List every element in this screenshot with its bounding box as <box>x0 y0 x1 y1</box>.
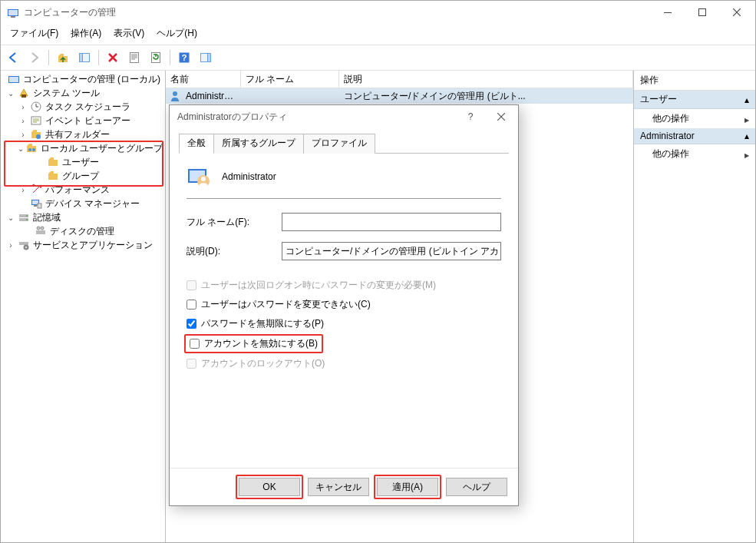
check-cannot-change-pw[interactable]: ユーザーはパスワードを変更できない(C) <box>187 298 501 311</box>
check-account-locked: アカウントのロックアウト(O) <box>187 357 501 370</box>
tree-system-tools[interactable]: ⌄ システム ツール <box>1 86 165 100</box>
tree-pane: コンピューターの管理 (ローカル) ⌄ システム ツール ›タスク スケジューラ <box>1 71 166 542</box>
svg-rect-24 <box>48 160 58 166</box>
dialog-button-row: OK キャンセル 適用(A) ヘルプ <box>170 468 518 505</box>
collapse-icon: ▴ <box>744 94 749 105</box>
check-pw-never-expires[interactable]: パスワードを無期限にする(P) <box>187 317 501 330</box>
tree-shared-folders[interactable]: ›共有フォルダー <box>1 127 165 141</box>
list-column-headers: 名前 フル ネーム 説明 <box>166 71 633 88</box>
action-pane: 操作 ユーザー ▴ 他の操作 Administrator ▴ 他の操作 <box>634 71 755 542</box>
dialog-title: Administratorのプロパティ <box>177 111 287 124</box>
tab-general[interactable]: 全般 <box>179 134 214 154</box>
tree-disk-management[interactable]: ディスクの管理 <box>1 224 165 238</box>
tree-device-manager[interactable]: デバイス マネージャー <box>1 197 165 210</box>
full-name-field[interactable] <box>282 213 501 231</box>
ok-button[interactable]: OK <box>239 478 300 496</box>
tab-member-of[interactable]: 所属するグループ <box>213 134 304 154</box>
svg-point-40 <box>25 247 27 248</box>
svg-rect-1 <box>8 10 18 15</box>
chevron-right-icon <box>744 149 749 160</box>
properties-button[interactable] <box>125 48 144 67</box>
svg-rect-29 <box>34 205 37 207</box>
tree-event-viewer[interactable]: ›イベント ビューアー <box>1 114 165 127</box>
menu-help[interactable]: ヘルプ(H) <box>152 25 202 41</box>
svg-rect-38 <box>19 242 28 245</box>
svg-point-41 <box>173 91 177 96</box>
collapse-icon: ▴ <box>744 131 749 141</box>
minimize-button[interactable] <box>650 2 685 23</box>
dialog-titlebar: Administratorのプロパティ ? <box>170 105 518 128</box>
list-row[interactable]: Administrator コンピューター/ドメインの管理用 (ビルト... <box>166 88 633 104</box>
description-field[interactable] <box>282 242 501 260</box>
svg-rect-4 <box>698 9 705 16</box>
check-account-disabled[interactable]: アカウントを無効にする(B) <box>187 336 321 351</box>
tree-task-scheduler[interactable]: ›タスク スケジューラ <box>1 100 165 114</box>
show-hide-action-pane-button[interactable] <box>196 48 215 67</box>
forward-button[interactable] <box>25 48 44 67</box>
svg-point-33 <box>26 215 28 217</box>
cell-name: Administrator <box>181 91 241 101</box>
tree-users[interactable]: ユーザー <box>1 155 165 169</box>
window-title: コンピューターの管理 <box>24 6 116 19</box>
menu-view[interactable]: 表示(V) <box>109 25 149 41</box>
col-description[interactable]: 説明 <box>339 71 633 88</box>
tree-performance[interactable]: ›パフォーマンス <box>1 183 165 197</box>
refresh-button[interactable] <box>147 48 165 67</box>
svg-point-34 <box>26 219 28 220</box>
action-other-ops-admin[interactable]: 他の操作 <box>634 144 755 164</box>
apply-button[interactable]: 適用(A) <box>377 478 438 496</box>
menubar: ファイル(F) 操作(A) 表示(V) ヘルプ(H) <box>1 24 755 45</box>
svg-rect-2 <box>11 16 15 18</box>
dialog-tabs: 全般 所属するグループ プロファイル <box>179 133 509 154</box>
menu-action[interactable]: 操作(A) <box>66 25 106 41</box>
tree-groups[interactable]: グループ <box>1 169 165 183</box>
user-large-icon <box>187 164 211 189</box>
user-icon <box>169 90 181 102</box>
svg-point-20 <box>36 134 41 139</box>
svg-rect-15 <box>9 77 18 82</box>
maximize-button[interactable] <box>685 2 719 23</box>
help-button[interactable]: ? <box>175 48 193 67</box>
action-section-admin[interactable]: Administrator ▴ <box>634 128 755 144</box>
svg-rect-13 <box>208 54 211 62</box>
dialog-close-button[interactable] <box>486 107 517 127</box>
show-hide-tree-button[interactable] <box>75 48 94 67</box>
col-full-name[interactable]: フル ネーム <box>241 71 339 88</box>
svg-rect-7 <box>80 54 83 62</box>
svg-rect-30 <box>38 204 41 208</box>
toolbar: ? <box>1 45 755 71</box>
help-button-dlg[interactable]: ヘルプ <box>446 478 507 496</box>
tree-root[interactable]: コンピューターの管理 (ローカル) <box>1 72 165 86</box>
chevron-right-icon <box>744 114 749 124</box>
svg-rect-16 <box>21 94 26 98</box>
check-must-change-pw: ユーザーは次回ログオン時にパスワードの変更が必要(M) <box>187 279 501 292</box>
up-button[interactable] <box>54 48 72 67</box>
svg-point-37 <box>41 227 44 230</box>
app-icon <box>7 6 19 18</box>
cancel-button[interactable]: キャンセル <box>308 478 369 496</box>
delete-button[interactable] <box>104 48 122 67</box>
action-other-ops-users[interactable]: 他の操作 <box>634 109 755 128</box>
svg-point-49 <box>201 177 206 181</box>
tree-storage[interactable]: ⌄ 記憶域 <box>1 210 165 224</box>
main-window: コンピューターの管理 ファイル(F) 操作(A) 表示(V) ヘルプ(H) ? <box>0 0 756 543</box>
svg-rect-3 <box>664 12 672 13</box>
svg-point-23 <box>32 148 35 151</box>
svg-point-36 <box>37 227 40 230</box>
back-button[interactable] <box>4 48 22 67</box>
dialog-help-button[interactable]: ? <box>455 107 486 127</box>
action-pane-title: 操作 <box>634 71 755 91</box>
svg-rect-35 <box>36 230 45 234</box>
titlebar: コンピューターの管理 <box>1 1 755 24</box>
svg-text:?: ? <box>182 53 187 62</box>
tree-local-users-groups[interactable]: ⌄ローカル ユーザーとグループ <box>1 141 165 155</box>
tree-services-apps[interactable]: ›サービスとアプリケーション <box>1 238 165 252</box>
tab-profile[interactable]: プロファイル <box>303 134 375 154</box>
svg-rect-25 <box>48 174 58 180</box>
action-section-users[interactable]: ユーザー ▴ <box>634 91 755 109</box>
properties-dialog: Administratorのプロパティ ? 全般 所属するグループ プロファイル… <box>169 104 519 506</box>
cell-description: コンピューター/ドメインの管理用 (ビルト... <box>339 90 633 103</box>
menu-file[interactable]: ファイル(F) <box>5 25 63 41</box>
col-name[interactable]: 名前 <box>166 71 241 88</box>
close-button[interactable] <box>719 2 754 23</box>
